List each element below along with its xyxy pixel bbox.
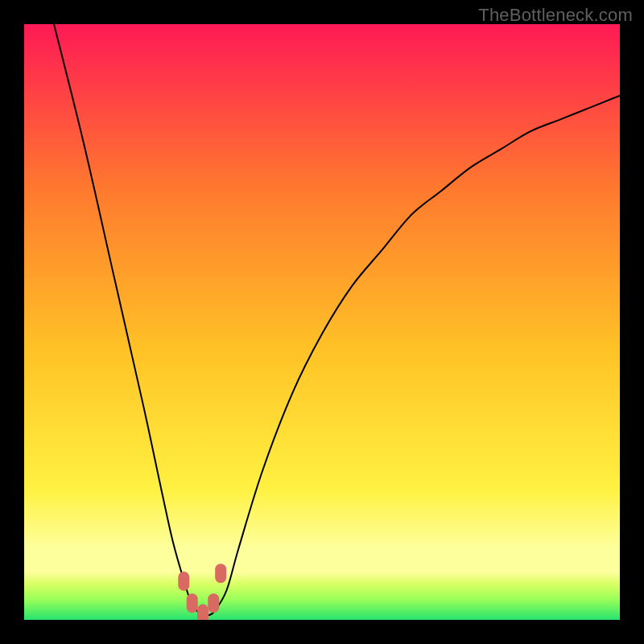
marker-pill <box>215 564 226 583</box>
bottleneck-curve <box>54 24 620 616</box>
marker-pill <box>208 593 219 613</box>
marker-pill <box>197 605 208 620</box>
curve-layer <box>24 24 620 620</box>
watermark-text: TheBottleneck.com <box>478 5 633 26</box>
chart-frame: TheBottleneck.com <box>0 0 644 644</box>
marker-pill <box>187 593 198 613</box>
minimum-markers <box>178 564 226 620</box>
marker-pill <box>178 572 189 591</box>
plot-area <box>24 24 620 620</box>
